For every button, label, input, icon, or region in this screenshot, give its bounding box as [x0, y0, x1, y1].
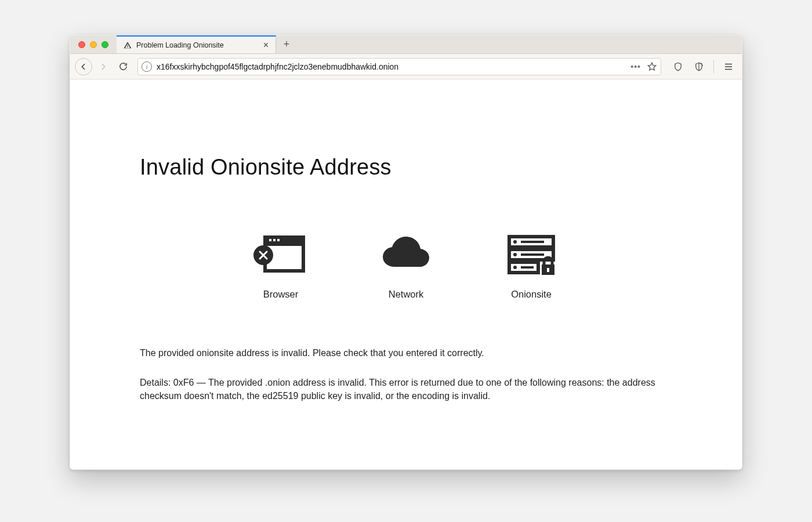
svg-rect-16 — [521, 266, 534, 269]
svg-point-13 — [513, 253, 517, 256]
error-description: The provided onionsite address is invali… — [140, 346, 672, 403]
cloud-icon — [378, 232, 434, 276]
svg-rect-5 — [273, 239, 276, 241]
svg-rect-12 — [521, 241, 544, 243]
warning-icon — [124, 41, 132, 49]
forward-button[interactable] — [95, 58, 112, 75]
svg-point-1 — [702, 64, 703, 66]
app-menu-icon[interactable] — [720, 58, 737, 75]
window-minimize-dot[interactable] — [90, 41, 97, 48]
site-info-icon[interactable]: i — [142, 61, 152, 72]
url-bar[interactable]: i ••• — [137, 58, 661, 75]
new-tab-button[interactable]: + — [276, 35, 297, 53]
svg-rect-4 — [269, 239, 271, 241]
svg-point-0 — [701, 63, 702, 64]
diagram-onionsite-label: Onionsite — [511, 289, 552, 300]
page-content: Invalid Onionsite Address Browser — [70, 79, 742, 469]
security-level-icon[interactable] — [690, 58, 708, 75]
error-details: Details: 0xF6 — The provided .onion addr… — [140, 376, 672, 403]
browser-window: Problem Loading Onionsite × + i ••• — [70, 35, 742, 470]
bookmark-star-icon[interactable] — [647, 61, 657, 72]
svg-point-11 — [513, 240, 517, 244]
shield-icon[interactable] — [669, 58, 687, 75]
diagram-onionsite: Onionsite — [503, 232, 559, 300]
svg-rect-6 — [277, 239, 280, 241]
diagram-network-label: Network — [389, 289, 424, 300]
browser-error-icon — [253, 232, 309, 276]
svg-point-15 — [513, 266, 517, 269]
back-button[interactable] — [75, 58, 92, 75]
window-zoom-dot[interactable] — [102, 41, 108, 48]
diagram-browser-label: Browser — [263, 289, 299, 300]
tab-title: Problem Loading Onionsite — [136, 41, 224, 49]
toolbar-right — [667, 58, 737, 75]
svg-rect-14 — [521, 253, 544, 256]
svg-rect-18 — [547, 268, 549, 272]
tab-active[interactable]: Problem Loading Onionsite × — [117, 35, 276, 53]
window-controls — [70, 35, 117, 53]
close-tab-icon[interactable]: × — [262, 41, 270, 50]
url-input[interactable] — [157, 62, 626, 71]
server-lock-icon — [503, 232, 559, 276]
error-diagram: Browser Network — [140, 232, 672, 300]
error-message: The provided onionsite address is invali… — [140, 346, 672, 360]
toolbar-separator — [713, 60, 714, 74]
page-actions-icon[interactable]: ••• — [630, 62, 641, 71]
toolbar: i ••• — [70, 54, 742, 79]
tab-strip: Problem Loading Onionsite × + — [70, 35, 742, 54]
window-close-dot[interactable] — [78, 41, 85, 48]
page-title: Invalid Onionsite Address — [140, 155, 672, 180]
diagram-network: Network — [378, 232, 434, 300]
diagram-browser: Browser — [253, 232, 309, 300]
reload-button[interactable] — [114, 58, 132, 75]
url-bar-right: ••• — [630, 61, 657, 72]
